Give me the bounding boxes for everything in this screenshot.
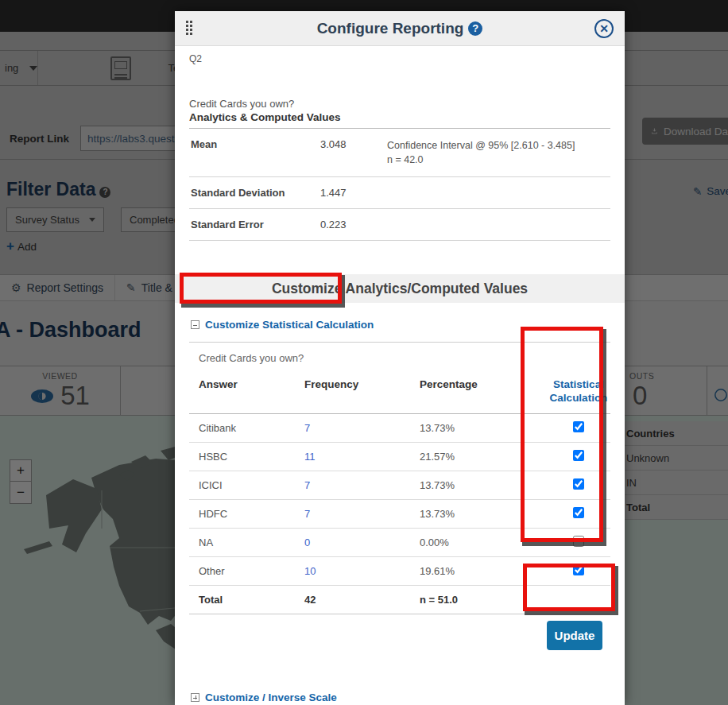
customize-question-text: Credit Cards you own? — [199, 352, 610, 364]
total-frequency: 42 — [304, 594, 420, 606]
col-header-answer: Answer — [199, 378, 304, 405]
analytics-label: Standard Deviation — [191, 187, 320, 199]
frequency-link[interactable]: 7 — [304, 422, 310, 434]
table-row: HDFC 7 13.73% — [189, 500, 610, 529]
section-label: Customize / Inverse Scale — [205, 691, 337, 703]
help-icon[interactable]: ? — [468, 21, 482, 36]
analytics-value: 3.048 — [320, 138, 387, 167]
analytics-value: 0.223 — [320, 219, 387, 230]
answers-table: Answer Frequency Percentage Statistical … — [189, 375, 610, 614]
answer-cell: HDFC — [199, 508, 304, 520]
stat-calc-checkbox[interactable] — [573, 450, 584, 461]
frequency-link[interactable]: 11 — [304, 451, 316, 463]
percentage-cell: 0.00% — [420, 536, 540, 548]
total-n: n = 51.0 — [420, 594, 540, 606]
answer-cell: Citibank — [199, 422, 304, 434]
close-icon[interactable]: ✕ — [594, 19, 614, 38]
analytics-header: Analytics & Computed Values — [189, 111, 610, 129]
stat-calc-checkbox[interactable] — [573, 564, 584, 575]
analytics-label: Standard Error — [191, 219, 320, 230]
screen: ing Text / Media Report Link https://lab… — [0, 0, 728, 705]
answers-header-row: Answer Frequency Percentage Statistical … — [189, 375, 610, 414]
collapse-minus-icon — [191, 320, 199, 329]
update-button[interactable]: Update — [547, 621, 602, 650]
divider — [189, 342, 610, 343]
analytics-row-stddev: Standard Deviation 1.447 — [189, 177, 610, 209]
col-header-percentage: Percentage — [420, 378, 540, 405]
section-customize-inverse-scale[interactable]: Customize / Inverse Scale — [191, 691, 610, 703]
col-header-frequency: Frequency — [304, 378, 420, 405]
table-row: Citibank 7 13.73% — [189, 414, 610, 443]
analytics-note: Confidence Interval @ 95% [2.610 - 3.485… — [387, 138, 575, 167]
percentage-cell: 19.61% — [420, 565, 540, 577]
stat-calc-checkbox[interactable] — [573, 421, 584, 432]
percentage-cell: 13.73% — [420, 479, 540, 491]
frequency-link[interactable]: 7 — [304, 479, 310, 491]
answer-cell: HSBC — [199, 451, 304, 463]
percentage-cell: 13.73% — [420, 508, 540, 520]
table-row-total: Total 42 n = 51.0 — [189, 586, 610, 614]
col-header-stat-calc: Statistical Calculation — [540, 378, 617, 405]
modal-body: Q2 Credit Cards you own? Analytics & Com… — [175, 46, 625, 705]
question-code: Q2 — [189, 46, 610, 64]
frequency-link[interactable]: 7 — [304, 508, 310, 520]
frequency-link[interactable]: 0 — [304, 536, 310, 548]
analytics-row-stderr: Standard Error 0.223 — [189, 209, 610, 241]
section-customize-statistical-calculation[interactable]: Customize Statistical Calculation — [189, 319, 610, 331]
table-row: NA 0 0.00% — [189, 529, 610, 557]
stat-calc-checkbox[interactable] — [573, 478, 584, 490]
collapsed-sections: Customize / Inverse Scale Custom Scoring… — [189, 691, 610, 705]
table-row: ICICI 7 13.73% — [189, 471, 610, 500]
analytics-label: Mean — [191, 138, 320, 167]
total-label: Total — [199, 594, 304, 606]
configure-reporting-modal: Configure Reporting? ✕ Q2 Credit Cards y… — [175, 11, 625, 705]
update-row: Update — [189, 614, 610, 650]
answer-cell: NA — [199, 536, 304, 548]
percentage-cell: 13.73% — [420, 422, 540, 434]
section-label: Customize Statistical Calculation — [205, 319, 374, 331]
stat-calc-checkbox[interactable] — [573, 507, 584, 518]
question-text: Credit Cards you own? — [189, 98, 610, 110]
modal-title: Configure Reporting? — [175, 20, 625, 37]
expand-plus-icon — [191, 693, 199, 702]
analytics-value: 1.447 — [320, 187, 387, 199]
frequency-link[interactable]: 10 — [304, 565, 316, 577]
stat-calc-checkbox[interactable] — [573, 536, 584, 547]
table-row: HSBC 11 21.57% — [189, 443, 610, 471]
percentage-cell: 21.57% — [420, 451, 540, 463]
answer-cell: ICICI — [199, 479, 304, 491]
customize-band-title: Customize Analytics/Computed Values — [175, 274, 625, 303]
modal-header: Configure Reporting? ✕ — [175, 11, 625, 46]
analytics-row-mean: Mean 3.048 Confidence Interval @ 95% [2.… — [189, 129, 610, 177]
answer-cell: Other — [199, 565, 304, 577]
table-row: Other 10 19.61% — [189, 557, 610, 586]
